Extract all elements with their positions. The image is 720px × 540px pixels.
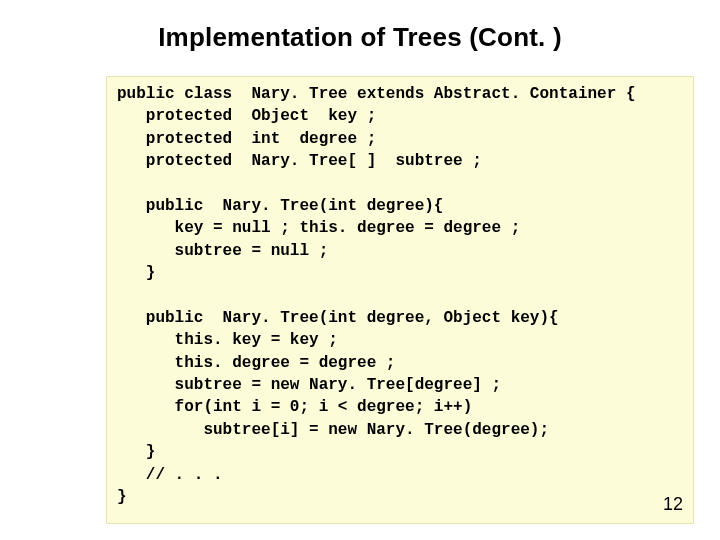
code-block: public class Nary. Tree extends Abstract…	[106, 76, 694, 524]
page-number: 12	[663, 492, 683, 517]
code-line: }	[117, 443, 155, 461]
slide: Implementation of Trees (Cont. ) public …	[0, 0, 720, 540]
code-line: subtree = new Nary. Tree[degree] ;	[117, 376, 501, 394]
code-line: public class Nary. Tree extends Abstract…	[117, 85, 635, 103]
code-line: protected Object key ;	[117, 107, 376, 125]
code-line: public Nary. Tree(int degree, Object key…	[117, 309, 559, 327]
code-line: this. key = key ;	[117, 331, 338, 349]
code-line: this. degree = degree ;	[117, 354, 395, 372]
code-line: }	[117, 488, 127, 506]
code-line: for(int i = 0; i < degree; i++)	[117, 398, 472, 416]
code-line: protected int degree ;	[117, 130, 376, 148]
code-line: key = null ; this. degree = degree ;	[117, 219, 520, 237]
slide-title: Implementation of Trees (Cont. )	[0, 0, 720, 67]
code-line: }	[117, 264, 155, 282]
code-line: // . . .	[117, 466, 223, 484]
code-line: public Nary. Tree(int degree){	[117, 197, 443, 215]
code-line: subtree = null ;	[117, 242, 328, 260]
code-line: subtree[i] = new Nary. Tree(degree);	[117, 421, 549, 439]
code-line: protected Nary. Tree[ ] subtree ;	[117, 152, 482, 170]
